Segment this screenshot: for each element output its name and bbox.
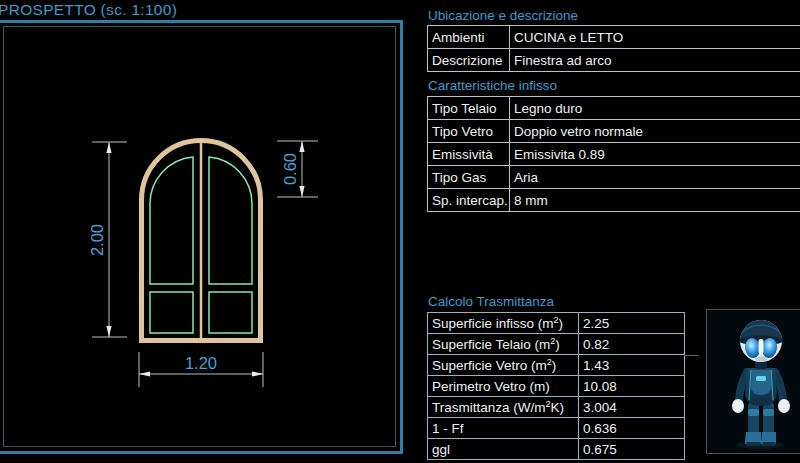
- row-label: Trasmittanza (W/m2K): [428, 397, 579, 418]
- table-row: Superficie Vetro (m2) 1.43: [428, 355, 685, 376]
- row-value: 10.08: [579, 376, 685, 397]
- row-label: ggl: [428, 439, 579, 460]
- table-row: Perimetro Vetro (m) 10.08: [428, 376, 685, 397]
- row-value: 8 mm: [510, 189, 800, 212]
- row-label: Sp. intercap.: [428, 189, 510, 212]
- assistant-mascot-panel[interactable]: [706, 309, 800, 454]
- assistant-robot-icon: [707, 310, 800, 451]
- section-header-ubicazione: Ubicazione e descrizione: [428, 8, 578, 23]
- table-row: 1 - Ff 0.636: [428, 418, 685, 439]
- row-label: Tipo Telaio: [428, 97, 510, 120]
- row-label: 1 - Ff: [428, 418, 579, 439]
- row-label: Ambienti: [428, 26, 510, 49]
- row-label: Tipo Gas: [428, 166, 510, 189]
- table-calcolo: Superficie infisso (m2) 2.25 Superficie …: [427, 312, 685, 460]
- row-value: 0.82: [579, 334, 685, 355]
- drawing-title: PROSPETTO (sc. 1:100): [0, 1, 177, 19]
- row-label: Tipo Vetro: [428, 120, 510, 143]
- sheet-border: [3, 26, 396, 447]
- row-value: Finestra ad arco: [510, 49, 800, 72]
- table-row: Superficie Telaio (m2) 0.82: [428, 334, 685, 355]
- row-label: Superficie Telaio (m2): [428, 334, 579, 355]
- table-row: Descrizione Finestra ad arco: [428, 49, 800, 72]
- table-row: Tipo Telaio Legno duro: [428, 97, 800, 120]
- row-value: 2.25: [579, 313, 685, 334]
- row-value: 0.636: [579, 418, 685, 439]
- table-row: Emissività Emissivita 0.89: [428, 143, 800, 166]
- row-value: 0.675: [579, 439, 685, 460]
- row-value: 1.43: [579, 355, 685, 376]
- row-label: Descrizione: [428, 49, 510, 72]
- section-header-calcolo: Calcolo Trasmittanza: [428, 294, 554, 309]
- row-value: Emissivita 0.89: [510, 143, 800, 166]
- table-edge-tick: [684, 355, 698, 356]
- table-row: Tipo Gas Aria: [428, 166, 800, 189]
- section-header-caratteristiche: Caratteristiche infisso: [428, 78, 557, 93]
- table-row: Sp. intercap. 8 mm: [428, 189, 800, 212]
- table-row: Tipo Vetro Doppio vetro normale: [428, 120, 800, 143]
- row-value: Aria: [510, 166, 800, 189]
- table-row: Trasmittanza (W/m2K) 3.004: [428, 397, 685, 418]
- row-label: Superficie infisso (m2): [428, 313, 579, 334]
- row-value: CUCINA e LETTO: [510, 26, 800, 49]
- row-value: 3.004: [579, 397, 685, 418]
- row-label: Emissività: [428, 143, 510, 166]
- table-ubicazione: Ambienti CUCINA e LETTO Descrizione Fine…: [427, 25, 800, 72]
- row-value: Legno duro: [510, 97, 800, 120]
- table-caratteristiche: Tipo Telaio Legno duro Tipo Vetro Doppio…: [427, 96, 800, 212]
- table-row: Superficie infisso (m2) 2.25: [428, 313, 685, 334]
- row-value: Doppio vetro normale: [510, 120, 800, 143]
- row-label: Perimetro Vetro (m): [428, 376, 579, 397]
- table-row: Ambienti CUCINA e LETTO: [428, 26, 800, 49]
- table-row: ggl 0.675: [428, 439, 685, 460]
- row-label: Superficie Vetro (m2): [428, 355, 579, 376]
